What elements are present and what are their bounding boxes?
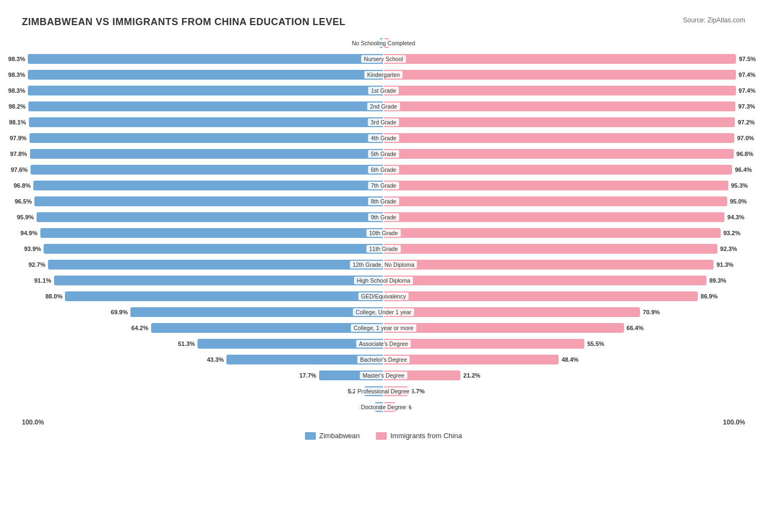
bar-blue (34, 196, 383, 206)
bar-left-value: 98.2% (9, 103, 26, 110)
bar-blue (29, 133, 383, 143)
bar-pink (384, 196, 727, 206)
bar-right-value: 21.2% (463, 372, 480, 379)
bar-group-row: 5.2%Professional Degree6.7% (22, 384, 745, 398)
bar-group-row: 98.3%Kindergarten97.4% (22, 68, 745, 82)
bar-blue (28, 54, 383, 64)
bar-right-value: 95.3% (731, 182, 748, 189)
bar-group-row: 97.6%6th Grade96.4% (22, 163, 745, 177)
bar-blue (28, 101, 383, 111)
chart-title: ZIMBABWEAN VS IMMIGRANTS FROM CHINA EDUC… (22, 16, 345, 28)
bar-right-value: 66.4% (627, 325, 644, 331)
bar-right-value: 93.2% (723, 230, 740, 236)
bar-left-value: 5.2% (348, 388, 362, 394)
bar-right-value: 89.3% (709, 277, 726, 284)
bar-right-value: 96.8% (736, 151, 753, 157)
bar-left-value: 91.1% (34, 277, 51, 284)
bar-pink (384, 260, 714, 270)
bar-blue (31, 165, 383, 175)
bar-left-value: 69.9% (111, 309, 128, 315)
bar-group-row: 51.3%Associate's Degree55.5% (22, 337, 745, 351)
bar-group-row: 91.1%High School Diploma89.3% (22, 273, 745, 288)
legend-pink-label: Immigrants from China (390, 432, 462, 440)
bar-blue (44, 244, 383, 254)
bar-left-value: 98.3% (8, 87, 25, 94)
bar-right-value: 97.3% (738, 103, 755, 110)
chart-area: 1.7%No Schooling Completed2.6%98.3%Nurse… (22, 36, 745, 414)
bar-left-value: 98.3% (8, 71, 25, 78)
bar-blue (28, 70, 383, 80)
bar-right-value: 86.9% (700, 293, 717, 300)
legend-item-blue: Zimbabwean (305, 432, 359, 440)
bar-blue (28, 86, 383, 95)
bar-group-row: 43.3%Bachelor's Degree48.4% (22, 352, 745, 367)
bar-left-value: 96.5% (15, 198, 32, 205)
bar-group-row: 97.9%4th Grade97.0% (22, 131, 745, 145)
chart-container: ZIMBABWEAN VS IMMIGRANTS FROM CHINA EDUC… (11, 11, 756, 456)
bar-blue (319, 370, 383, 380)
bar-right-value: 97.0% (737, 135, 754, 141)
bar-right-value: 97.4% (739, 87, 756, 94)
bar-left-value: 94.9% (21, 230, 38, 236)
bar-left-value: 97.9% (10, 135, 27, 141)
bar-right-value: 92.3% (720, 246, 737, 252)
bar-pink (384, 323, 624, 333)
legend: Zimbabwean Immigrants from China (22, 432, 745, 440)
bar-left-value: 97.6% (11, 166, 28, 173)
legend-pink-box (376, 432, 387, 440)
bar-blue (33, 181, 383, 190)
bar-blue (40, 228, 383, 238)
bar-left-value: 2.3% (358, 404, 372, 410)
bar-blue (130, 307, 383, 317)
bar-pink (384, 101, 735, 111)
bar-group-row: 17.7%Master's Degree21.2% (22, 368, 745, 382)
chart-header: ZIMBABWEAN VS IMMIGRANTS FROM CHINA EDUC… (22, 16, 745, 28)
bar-pink (384, 355, 559, 364)
bar-blue (54, 276, 383, 285)
bar-pink (384, 212, 724, 222)
bar-pink (384, 291, 698, 301)
bar-left-value: 95.9% (17, 214, 34, 220)
bar-right-value: 91.3% (716, 261, 733, 268)
bar-left-value: 97.8% (10, 151, 27, 157)
bar-group-row: 98.3%Nursery School97.5% (22, 52, 745, 66)
bar-pink (384, 133, 734, 143)
bar-group-row: 96.8%7th Grade95.3% (22, 178, 745, 193)
bar-right-value: 3.1% (398, 404, 412, 410)
bar-left-value: 93.9% (24, 246, 41, 252)
bar-group-row: 64.2%College, 1 year or more66.4% (22, 321, 745, 335)
bar-right-value: 55.5% (587, 340, 604, 347)
bar-blue (226, 355, 383, 364)
bar-pink (384, 402, 396, 412)
bar-pink (384, 228, 721, 238)
bar-left-value: 88.0% (45, 293, 62, 300)
bar-group-row: 95.9%9th Grade94.3% (22, 210, 745, 224)
bar-left-value: 96.8% (14, 182, 31, 189)
bar-pink (384, 165, 732, 175)
bar-blue (364, 386, 383, 396)
bar-right-value: 6.7% (411, 388, 424, 394)
bar-pink (384, 86, 736, 95)
bar-left-value: 17.7% (299, 372, 316, 379)
bar-pink (384, 70, 736, 80)
bar-group-row: 93.9%11th Grade92.3% (22, 242, 745, 256)
axis-left: 100.0% (22, 419, 44, 426)
legend-blue-label: Zimbabwean (319, 432, 359, 440)
bar-right-value: 95.0% (730, 198, 747, 205)
bar-blue (197, 339, 383, 349)
bar-group-row: 2.3%Doctorate Degree3.1% (22, 400, 745, 414)
bar-right-value: 94.3% (727, 214, 744, 220)
bar-blue (30, 149, 383, 159)
bar-pink (384, 181, 728, 190)
bar-pink (384, 276, 706, 285)
bar-pink (384, 370, 460, 380)
bar-pink (384, 386, 408, 396)
bar-group-row: 1.7%No Schooling Completed2.6% (22, 36, 745, 50)
bar-group-row: 96.5%8th Grade95.0% (22, 194, 745, 208)
axis-row: 100.0% 100.0% (22, 419, 745, 426)
bar-left-value: 98.1% (9, 119, 26, 125)
bar-pink (384, 339, 584, 349)
chart-source: Source: ZipAtlas.com (683, 16, 745, 24)
axis-right: 100.0% (723, 419, 745, 426)
legend-item-pink: Immigrants from China (376, 432, 462, 440)
